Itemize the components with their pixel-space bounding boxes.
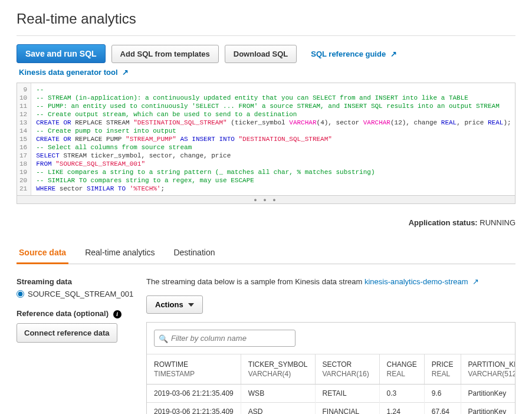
column-header[interactable]: PRICEREAL <box>424 354 461 385</box>
table-cell: 9.6 <box>424 385 461 403</box>
page-title: Real-time analytics <box>17 11 515 27</box>
table-row[interactable]: 2019-03-06 21:21:35.409WSBRETAIL0.39.6Pa… <box>147 385 515 403</box>
toolbar: Save and run SQL Add SQL from templates … <box>17 44 515 63</box>
chevron-down-icon <box>188 303 194 307</box>
data-table-container: 🔍 ROWTIMETIMESTAMPTICKER_SYMBOLVARCHAR(4… <box>146 322 515 414</box>
column-header[interactable]: SECTORVARCHAR(16) <box>315 354 379 385</box>
filter-bar: 🔍 <box>147 323 515 354</box>
table-cell: RETAIL <box>315 385 379 403</box>
stream-radio-row[interactable]: SOURCE_SQL_STREAM_001 <box>17 290 134 298</box>
divider <box>17 35 515 36</box>
table-cell: PartitionKey <box>461 385 515 403</box>
table-cell: 0.3 <box>379 385 424 403</box>
add-sql-templates-button[interactable]: Add SQL from templates <box>111 45 219 63</box>
status-value: RUNNING <box>480 218 515 227</box>
tab-rta[interactable]: Real-time analytics <box>83 242 157 264</box>
actions-dropdown[interactable]: Actions <box>146 295 203 314</box>
editor-content[interactable]: ---- STREAM (in-application): a continuo… <box>31 83 515 195</box>
sql-editor[interactable]: 9101112131415161718192021 ---- STREAM (i… <box>17 83 515 196</box>
table-head-row: ROWTIMETIMESTAMPTICKER_SYMBOLVARCHAR(4)S… <box>147 354 515 385</box>
table-row[interactable]: 2019-03-06 21:21:35.409ASDFINANCIAL1.246… <box>147 403 515 415</box>
table-cell: ASD <box>241 403 315 415</box>
table-scroll[interactable]: ROWTIMETIMESTAMPTICKER_SYMBOLVARCHAR(4)S… <box>147 354 515 414</box>
actions-bar: Actions <box>146 295 515 314</box>
download-sql-button[interactable]: Download SQL <box>225 45 297 63</box>
status-label: Application status: <box>409 218 478 227</box>
reference-data-header: Reference data (optional) i <box>17 309 134 318</box>
column-header[interactable]: TICKER_SYMBOLVARCHAR(4) <box>241 354 315 385</box>
main-column: The streaming data below is a sample fro… <box>146 277 515 414</box>
demo-stream-link[interactable]: kinesis-analytics-demo-stream ↗ <box>364 277 479 286</box>
connect-reference-data-button[interactable]: Connect reference data <box>17 323 117 343</box>
filter-input[interactable] <box>154 330 295 347</box>
table-cell: 67.64 <box>424 403 461 415</box>
intro-prefix: The streaming data below is a sample fro… <box>146 277 364 286</box>
search-icon: 🔍 <box>159 334 168 343</box>
side-column: Streaming data SOURCE_SQL_STREAM_001 Ref… <box>17 277 134 414</box>
reference-data-header-text: Reference data (optional) <box>17 309 109 318</box>
table-cell: PartitionKey <box>461 403 515 415</box>
streaming-data-header: Streaming data <box>17 277 134 286</box>
actions-label: Actions <box>155 300 183 309</box>
link-text: Kinesis data generator tool <box>19 68 118 77</box>
external-link-icon: ↗ <box>122 68 129 77</box>
content: Streaming data SOURCE_SQL_STREAM_001 Ref… <box>17 277 515 414</box>
table-cell: 2019-03-06 21:21:35.409 <box>147 385 241 403</box>
table-cell: WSB <box>241 385 315 403</box>
application-status: Application status: RUNNING <box>17 218 515 227</box>
kinesis-generator-link[interactable]: Kinesis data generator tool ↗ <box>19 68 129 77</box>
editor-gutter: 9101112131415161718192021 <box>17 83 31 195</box>
column-header[interactable]: PARTITION_KEYVARCHAR(512) <box>461 354 515 385</box>
external-link-icon: ↗ <box>472 277 479 286</box>
tab-dest[interactable]: Destination <box>171 242 217 264</box>
table-body: 2019-03-06 21:21:35.409WSBRETAIL0.39.6Pa… <box>147 385 515 415</box>
external-link-icon: ↗ <box>390 50 397 58</box>
link-text: kinesis-analytics-demo-stream <box>364 277 468 286</box>
source-stream-label: SOURCE_SQL_STREAM_001 <box>28 290 133 298</box>
source-stream-radio[interactable] <box>17 290 24 298</box>
column-header[interactable]: ROWTIMETIMESTAMP <box>147 354 241 385</box>
intro-text: The streaming data below is a sample fro… <box>146 277 515 286</box>
link-text: SQL reference guide <box>311 50 386 58</box>
column-header[interactable]: CHANGEREAL <box>379 354 424 385</box>
data-table: ROWTIMETIMESTAMPTICKER_SYMBOLVARCHAR(4)S… <box>147 354 515 414</box>
tabs: Source dataReal-time analyticsDestinatio… <box>17 241 515 264</box>
table-cell: 1.24 <box>379 403 424 415</box>
info-icon[interactable]: i <box>113 310 121 318</box>
sql-reference-guide-link[interactable]: SQL reference guide ↗ <box>311 50 397 58</box>
editor-resize-handle[interactable]: ● ● ● <box>17 196 515 204</box>
table-cell: 2019-03-06 21:21:35.409 <box>147 403 241 415</box>
tab-source[interactable]: Source data <box>17 242 68 264</box>
table-cell: FINANCIAL <box>315 403 379 415</box>
save-run-sql-button[interactable]: Save and run SQL <box>17 44 106 63</box>
